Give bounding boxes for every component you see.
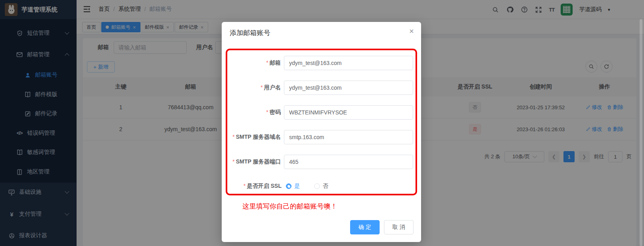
field-label: 是否开启 SSL (247, 183, 282, 189)
add-mail-account-dialog: 添加邮箱账号 × *邮箱 *用户名 *密码 *SMTP 服务器域名 *SMTP … (222, 22, 421, 242)
radio-selected-icon (286, 183, 291, 189)
dialog-title: 添加邮箱账号 (230, 28, 270, 37)
form-row-smtp-port: *SMTP 服务器端口 (222, 155, 421, 169)
field-label: SMTP 服务器域名 (236, 134, 281, 140)
cancel-button[interactable]: 取 消 (384, 220, 414, 234)
field-label: 密码 (270, 109, 281, 115)
smtp-domain-field[interactable] (284, 130, 413, 144)
form-row-smtp-domain: *SMTP 服务器域名 (222, 130, 421, 144)
form-row-email: *邮箱 (222, 56, 421, 70)
form-row-ssl: *是否开启 SSL 是 否 (222, 181, 421, 192)
annotation-text: 这里填写你自己的邮箱账号噢！ (242, 202, 337, 211)
confirm-button[interactable]: 确 定 (350, 220, 380, 234)
form-row-password: *密码 (222, 105, 421, 120)
app-root: 芋道管理系统 短信管理 邮箱管理 邮箱账号 邮件模版 (0, 0, 644, 246)
red-annotation-box (226, 49, 417, 195)
close-icon[interactable]: × (409, 27, 414, 35)
ssl-radio-yes[interactable]: 是 (286, 183, 300, 190)
ssl-radio-no[interactable]: 否 (314, 183, 328, 190)
field-label: 邮箱 (270, 59, 281, 66)
radio-label: 是 (294, 183, 300, 190)
field-label: 用户名 (264, 84, 281, 91)
email-field[interactable] (284, 56, 413, 70)
form-row-username: *用户名 (222, 81, 421, 95)
password-field[interactable] (284, 105, 413, 120)
radio-unselected-icon (314, 183, 320, 189)
field-label: SMTP 服务器端口 (236, 158, 281, 165)
scrollbar[interactable] (640, 19, 642, 246)
username-field[interactable] (284, 81, 413, 95)
smtp-port-field[interactable] (284, 155, 413, 169)
radio-label: 否 (323, 183, 328, 190)
